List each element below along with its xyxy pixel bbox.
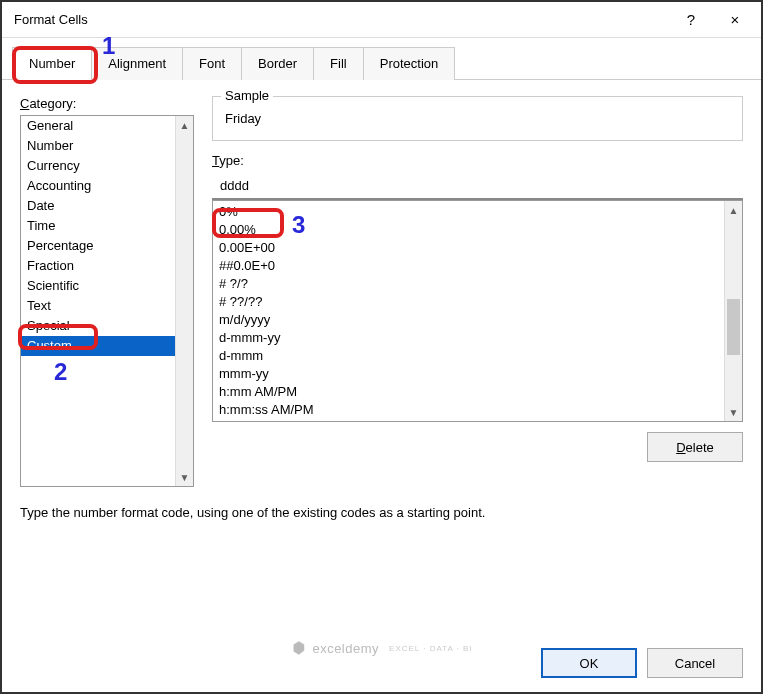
cancel-button[interactable]: Cancel	[647, 648, 743, 678]
category-item-special[interactable]: Special	[21, 316, 175, 336]
category-item-scientific[interactable]: Scientific	[21, 276, 175, 296]
watermark-text: exceldemy	[312, 641, 379, 656]
help-button[interactable]: ?	[669, 4, 713, 36]
delete-row: Delete	[212, 432, 743, 462]
sample-group: Sample Friday	[212, 96, 743, 141]
type-item[interactable]: h:mm AM/PM	[219, 383, 718, 401]
scroll-down-icon[interactable]: ▼	[725, 403, 742, 421]
category-item-accounting[interactable]: Accounting	[21, 176, 175, 196]
type-input[interactable]	[212, 172, 743, 200]
category-listbox[interactable]: General Number Currency Accounting Date …	[20, 115, 194, 487]
category-item-fraction[interactable]: Fraction	[21, 256, 175, 276]
titlebar: Format Cells ? ×	[2, 2, 761, 38]
tabs-row: Number Alignment Font Border Fill Protec…	[2, 38, 761, 79]
scroll-track[interactable]	[725, 219, 742, 403]
category-item-general[interactable]: General	[21, 116, 175, 136]
category-item-number[interactable]: Number	[21, 136, 175, 156]
tab-alignment[interactable]: Alignment	[91, 47, 183, 80]
type-label: Type:	[212, 153, 743, 168]
type-item[interactable]: # ?/?	[219, 275, 718, 293]
tab-number[interactable]: Number	[12, 47, 92, 80]
category-item-date[interactable]: Date	[21, 196, 175, 216]
category-listbox-inner: General Number Currency Accounting Date …	[21, 116, 175, 486]
sample-label: Sample	[221, 88, 273, 103]
type-item[interactable]: m/d/yyyy	[219, 311, 718, 329]
tab-font[interactable]: Font	[182, 47, 242, 80]
category-item-custom[interactable]: Custom	[21, 336, 175, 356]
tab-border[interactable]: Border	[241, 47, 314, 80]
content-area: Category: General Number Currency Accoun…	[2, 79, 761, 687]
type-item[interactable]: d-mmm-yy	[219, 329, 718, 347]
format-cells-dialog: Format Cells ? × Number Alignment Font B…	[0, 0, 763, 694]
type-item[interactable]: # ??/??	[219, 293, 718, 311]
type-listbox-inner: 0% 0.00% 0.00E+00 ##0.0E+0 # ?/? # ??/??…	[213, 201, 724, 421]
watermark: exceldemy EXCEL · DATA · BI	[290, 640, 472, 656]
dialog-title: Format Cells	[14, 12, 669, 27]
hexagon-icon	[290, 640, 306, 656]
category-item-percentage[interactable]: Percentage	[21, 236, 175, 256]
type-item[interactable]: mmm-yy	[219, 365, 718, 383]
scroll-up-icon[interactable]: ▲	[176, 116, 193, 134]
sample-value: Friday	[225, 105, 730, 126]
category-item-currency[interactable]: Currency	[21, 156, 175, 176]
top-row: Category: General Number Currency Accoun…	[20, 96, 743, 487]
hint-text: Type the number format code, using one o…	[20, 505, 743, 520]
category-item-text[interactable]: Text	[21, 296, 175, 316]
type-scrollbar[interactable]: ▲ ▼	[724, 201, 742, 421]
footer-buttons: OK Cancel	[541, 648, 743, 678]
right-column: Sample Friday Type: 0% 0.00% 0.00E+00 ##…	[212, 96, 743, 487]
type-item[interactable]: d-mmm	[219, 347, 718, 365]
type-item[interactable]: 0.00E+00	[219, 239, 718, 257]
scroll-thumb[interactable]	[727, 299, 740, 355]
scroll-down-icon[interactable]: ▼	[176, 468, 193, 486]
type-item[interactable]: 0.00%	[219, 221, 718, 239]
type-item[interactable]: ##0.0E+0	[219, 257, 718, 275]
close-button[interactable]: ×	[713, 4, 757, 36]
ok-button[interactable]: OK	[541, 648, 637, 678]
watermark-subtext: EXCEL · DATA · BI	[389, 644, 473, 653]
type-item[interactable]: 0%	[219, 203, 718, 221]
delete-button[interactable]: Delete	[647, 432, 743, 462]
tab-fill[interactable]: Fill	[313, 47, 364, 80]
type-item[interactable]: h:mm:ss AM/PM	[219, 401, 718, 419]
category-label: Category:	[20, 96, 194, 111]
tab-protection[interactable]: Protection	[363, 47, 456, 80]
scroll-up-icon[interactable]: ▲	[725, 201, 742, 219]
category-scrollbar[interactable]: ▲ ▼	[175, 116, 193, 486]
category-column: Category: General Number Currency Accoun…	[20, 96, 194, 487]
type-listbox[interactable]: 0% 0.00% 0.00E+00 ##0.0E+0 # ?/? # ??/??…	[212, 200, 743, 422]
category-item-time[interactable]: Time	[21, 216, 175, 236]
